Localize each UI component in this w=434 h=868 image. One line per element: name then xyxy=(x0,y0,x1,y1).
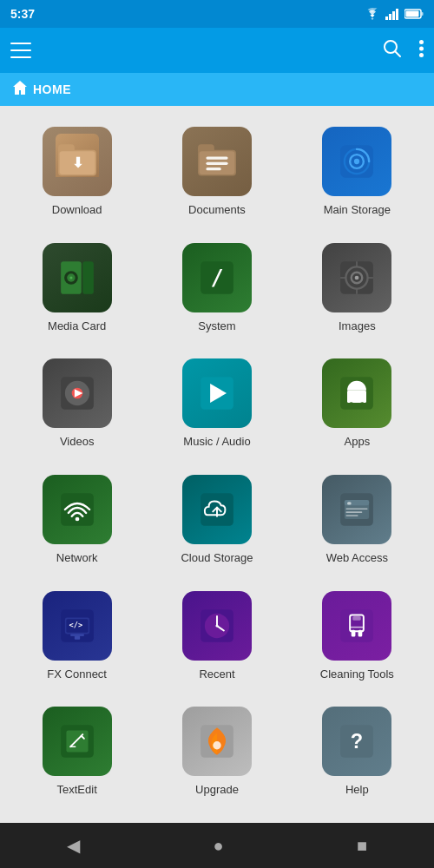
grid-item-recent[interactable]: Recent xyxy=(150,584,283,694)
textedit-icon xyxy=(58,722,96,760)
grid-item-cloud-storage[interactable]: Cloud Storage xyxy=(150,468,283,577)
svg-point-30 xyxy=(69,276,72,279)
upgrade-icon xyxy=(198,722,236,760)
svg-rect-48 xyxy=(347,391,366,403)
svg-point-25 xyxy=(354,159,359,164)
documents-folder-icon xyxy=(198,142,236,181)
more-options-button[interactable] xyxy=(419,40,424,62)
web-access-label: Web Access xyxy=(326,551,388,564)
music-audio-label: Music / Audio xyxy=(183,435,250,448)
svg-rect-6 xyxy=(406,11,419,17)
svg-rect-76 xyxy=(352,629,356,636)
hamburger-menu-button[interactable] xyxy=(10,43,31,58)
svg-rect-66 xyxy=(70,634,84,635)
videos-icon xyxy=(58,374,96,412)
grid-item-documents[interactable]: Documents xyxy=(150,120,283,229)
grid-item-help[interactable]: ? Help xyxy=(291,700,424,809)
main-storage-label: Main Storage xyxy=(324,203,391,216)
svg-rect-61 xyxy=(346,515,358,516)
grid-item-main-storage[interactable]: Main Storage xyxy=(291,120,424,229)
svg-rect-1 xyxy=(389,14,391,20)
grid-item-upgrade[interactable]: Upgrade xyxy=(150,700,283,809)
network-icon xyxy=(58,490,96,529)
svg-rect-67 xyxy=(75,635,80,639)
svg-rect-20 xyxy=(206,162,227,165)
svg-point-72 xyxy=(215,624,218,627)
home-button[interactable]: ● xyxy=(192,829,244,863)
grid-item-textedit[interactable]: TextEdit xyxy=(10,700,143,809)
system-label: System xyxy=(198,319,235,332)
textedit-label: TextEdit xyxy=(57,783,97,796)
status-time: 5:37 xyxy=(10,7,35,21)
battery-icon xyxy=(404,9,424,19)
svg-rect-75 xyxy=(353,616,361,621)
svg-rect-80 xyxy=(66,731,88,753)
wifi-icon xyxy=(365,8,380,20)
search-button[interactable] xyxy=(383,39,402,62)
svg-rect-77 xyxy=(358,629,363,636)
help-label: Help xyxy=(345,783,369,796)
help-icon: ? xyxy=(338,722,376,760)
svg-rect-60 xyxy=(346,511,363,513)
download-label: Download xyxy=(52,203,102,216)
grid-item-download[interactable]: ⬇ Download xyxy=(10,120,143,229)
svg-rect-58 xyxy=(347,502,352,504)
web-access-icon xyxy=(338,490,376,529)
grid-item-apps[interactable]: Apps xyxy=(291,352,424,461)
system-icon: / xyxy=(198,259,236,297)
svg-rect-21 xyxy=(206,168,220,170)
signal-icon xyxy=(385,8,399,20)
grid-item-system[interactable]: / System xyxy=(150,236,283,345)
svg-rect-81 xyxy=(70,746,76,748)
apps-icon xyxy=(338,374,376,412)
videos-label: Videos xyxy=(60,435,95,448)
cloud-storage-label: Cloud Storage xyxy=(181,551,253,564)
svg-line-8 xyxy=(395,51,400,56)
grid-item-images[interactable]: Images xyxy=(291,236,424,345)
grid-item-cleaning-tools[interactable]: Cleaning Tools xyxy=(291,584,424,694)
svg-rect-27 xyxy=(82,261,94,294)
breadcrumb: Home xyxy=(0,73,434,106)
svg-point-50 xyxy=(360,403,365,407)
breadcrumb-text: Home xyxy=(33,82,71,96)
media-card-icon xyxy=(58,259,96,297)
grid-item-network[interactable]: Network xyxy=(10,468,143,577)
images-icon xyxy=(338,259,376,297)
status-icons xyxy=(365,8,424,20)
grid-item-videos[interactable]: Videos xyxy=(10,352,143,461)
media-card-label: Media Card xyxy=(48,319,106,332)
svg-rect-3 xyxy=(396,9,398,20)
download-folder-icon: ⬇ xyxy=(58,142,96,181)
svg-point-36 xyxy=(355,275,359,279)
fx-connect-label: FX Connect xyxy=(47,667,107,681)
recents-button[interactable]: ■ xyxy=(336,829,388,863)
svg-point-11 xyxy=(419,53,424,57)
svg-text:</>: </> xyxy=(69,621,82,629)
back-button[interactable]: ◀ xyxy=(46,828,101,863)
top-bar-right xyxy=(383,39,424,62)
svg-point-83 xyxy=(213,741,220,749)
svg-rect-5 xyxy=(422,12,424,16)
svg-point-10 xyxy=(419,46,424,50)
network-label: Network xyxy=(56,551,98,564)
images-label: Images xyxy=(339,319,376,332)
cleaning-tools-icon xyxy=(338,607,376,645)
top-bar-left xyxy=(10,43,31,58)
upgrade-label: Upgrade xyxy=(195,783,239,796)
grid-item-web-access[interactable]: Web Access xyxy=(291,468,424,577)
recent-icon xyxy=(198,607,236,645)
svg-point-9 xyxy=(419,40,424,44)
grid-item-media-card[interactable]: Media Card xyxy=(10,236,143,345)
documents-label: Documents xyxy=(188,203,246,216)
apps-label: Apps xyxy=(345,435,371,448)
svg-text:⬇: ⬇ xyxy=(71,155,82,170)
status-bar: 5:37 xyxy=(0,0,434,28)
music-audio-icon xyxy=(198,374,236,412)
svg-point-52 xyxy=(75,517,79,522)
grid-item-music-audio[interactable]: Music / Audio xyxy=(150,352,283,461)
svg-rect-59 xyxy=(346,508,368,510)
grid-item-fx-connect[interactable]: </> FX Connect xyxy=(10,584,143,694)
top-bar xyxy=(0,28,434,73)
home-icon xyxy=(12,80,28,99)
navigation-bar: ◀ ● ■ xyxy=(0,823,434,868)
